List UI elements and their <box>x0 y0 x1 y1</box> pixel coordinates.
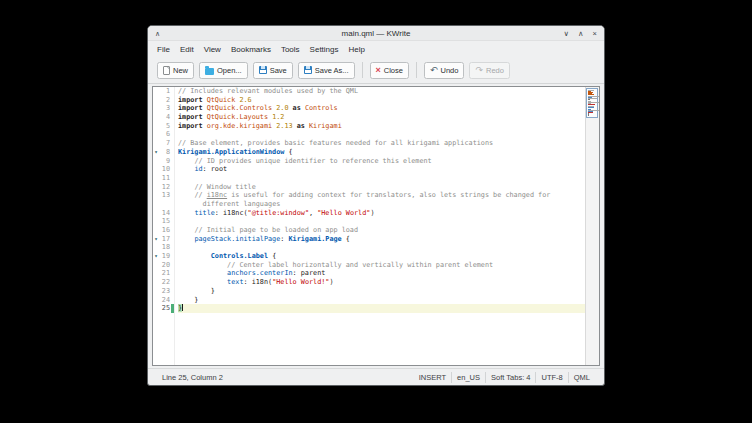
status-cursor-position[interactable]: Line 25, Column 2 <box>157 373 228 382</box>
menu-item-settings[interactable]: Settings <box>305 43 344 56</box>
modified-line-marker <box>171 130 174 139</box>
modified-line-marker <box>171 243 174 252</box>
line-number: 3 <box>159 104 171 113</box>
gutter-row: 9 <box>153 157 174 166</box>
code-line[interactable]: anchors.centerIn: parent <box>178 269 585 278</box>
gutter-row: 16 <box>153 226 174 235</box>
toolbar-button-label: Save As... <box>315 66 349 75</box>
minimap[interactable] <box>586 88 598 118</box>
redo-icon: ↷ <box>475 66 483 75</box>
status-tab-mode[interactable]: Soft Tabs: 4 <box>486 373 535 382</box>
keep-above-icon[interactable]: ∧ <box>155 26 160 41</box>
code-line[interactable]: pageStack.initialPage: Kirigami.Page { <box>178 235 585 244</box>
line-number <box>159 200 171 209</box>
code-line[interactable]: // i18nc is useful for adding context fo… <box>178 191 585 200</box>
toolbar-button-undo[interactable]: ↶Undo <box>424 62 464 79</box>
window-title: main.qml — KWrite <box>148 29 604 38</box>
line-number: 16 <box>159 226 171 235</box>
modified-line-marker <box>171 113 174 122</box>
code-line[interactable]: // ID provides unique identifier to refe… <box>178 157 585 166</box>
code-line[interactable]: // Base element, provides basic features… <box>178 139 585 148</box>
toolbar-button-label: Close <box>384 66 403 75</box>
line-number: 12 <box>159 183 171 192</box>
line-number: 7 <box>159 139 171 148</box>
gutter-row: ▾8 <box>153 148 174 157</box>
code-line[interactable]: } <box>178 287 585 296</box>
modified-line-marker <box>171 287 174 296</box>
gutter-row: 23 <box>153 287 174 296</box>
status-highlight-mode[interactable]: QML <box>569 373 595 382</box>
toolbar-button-new[interactable]: New <box>157 62 194 79</box>
modified-line-marker <box>171 226 174 235</box>
gutter-row: ▾19 <box>153 252 174 261</box>
modified-line-marker <box>171 304 174 313</box>
menu-item-tools[interactable]: Tools <box>276 43 305 56</box>
toolbar-button-open[interactable]: Open... <box>199 62 248 79</box>
modified-line-marker <box>171 261 174 270</box>
menu-item-file[interactable]: File <box>152 43 175 56</box>
code-line[interactable] <box>178 174 585 183</box>
code-line[interactable]: id: root <box>178 165 585 174</box>
toolbar-button-saveas[interactable]: Save As... <box>298 62 355 79</box>
code-line[interactable]: // Initial page to be loaded on app load <box>178 226 585 235</box>
line-number: 22 <box>159 278 171 287</box>
line-number: 10 <box>159 165 171 174</box>
code-line[interactable]: } <box>178 304 585 313</box>
code-line[interactable]: // Window title <box>178 183 585 192</box>
toolbar-button-close[interactable]: ×Close <box>370 62 409 79</box>
status-insert-mode[interactable]: INSERT <box>414 373 451 382</box>
maximize-button[interactable]: ∧ <box>578 29 584 38</box>
modified-line-marker <box>171 122 174 131</box>
menu-item-bookmarks[interactable]: Bookmarks <box>226 43 276 56</box>
code-line[interactable]: // Includes relevant modules used by the… <box>178 87 585 96</box>
gutter-row: 7 <box>153 139 174 148</box>
close-button[interactable]: × <box>593 29 597 38</box>
code-line[interactable]: import QtQuick.Layouts 1.2 <box>178 113 585 122</box>
line-number: 15 <box>159 217 171 226</box>
menu-item-edit[interactable]: Edit <box>175 43 199 56</box>
gutter-row: 15 <box>153 217 174 226</box>
gutter-row: 5 <box>153 122 174 131</box>
toolbar-button-label: Save <box>270 66 287 75</box>
code-line[interactable]: Controls.Label { <box>178 252 585 261</box>
code-line[interactable]: Kirigami.ApplicationWindow { <box>178 148 585 157</box>
toolbar-button-label: Redo <box>486 66 504 75</box>
gutter-row: 25 <box>153 304 174 313</box>
title-bar[interactable]: ∧ main.qml — KWrite ∨∧× <box>148 26 604 41</box>
modified-line-marker <box>171 278 174 287</box>
line-number: 23 <box>159 287 171 296</box>
code-line[interactable] <box>178 217 585 226</box>
modified-line-marker <box>171 235 174 244</box>
gutter-row: 22 <box>153 278 174 287</box>
toolbar-button-save[interactable]: Save <box>253 62 293 79</box>
code-line[interactable]: import org.kde.kirigami 2.13 as Kirigami <box>178 122 585 131</box>
code-line[interactable]: import QtQuick 2.6 <box>178 96 585 105</box>
code-line[interactable]: import QtQuick.Controls 2.0 as Controls <box>178 104 585 113</box>
line-number-gutter[interactable]: 1234567▾8910111213141516▾1718▾1920212223… <box>153 87 175 365</box>
editor-area[interactable]: 1234567▾8910111213141516▾1718▾1920212223… <box>152 86 600 366</box>
code-line[interactable]: different languages <box>178 200 585 209</box>
gutter-row: 18 <box>153 243 174 252</box>
code-line[interactable]: title: i18nc("@title:window", "Hello Wor… <box>178 209 585 218</box>
status-dictionary[interactable]: en_US <box>452 373 485 382</box>
line-number: 19 <box>159 252 171 261</box>
status-encoding[interactable]: UTF-8 <box>536 373 567 382</box>
editor-scrollbar[interactable] <box>585 87 599 365</box>
modified-line-marker <box>171 96 174 105</box>
gutter-row: 2 <box>153 96 174 105</box>
code-line[interactable]: // Center label horizontally and vertica… <box>178 261 585 270</box>
modified-line-marker <box>171 87 174 96</box>
toolbar-button-redo[interactable]: ↷Redo <box>469 62 509 79</box>
save-as-icon <box>304 66 312 74</box>
code-area[interactable]: // Includes relevant modules used by the… <box>175 87 585 365</box>
code-line[interactable]: } <box>178 296 585 305</box>
minimize-button[interactable]: ∨ <box>564 29 570 38</box>
gutter-row: 14 <box>153 209 174 218</box>
line-number: 1 <box>159 87 171 96</box>
menu-item-help[interactable]: Help <box>344 43 370 56</box>
menu-item-view[interactable]: View <box>199 43 226 56</box>
code-line[interactable] <box>178 130 585 139</box>
code-line[interactable]: text: i18n("Hello World!") <box>178 278 585 287</box>
code-line[interactable] <box>178 243 585 252</box>
modified-line-marker <box>171 139 174 148</box>
